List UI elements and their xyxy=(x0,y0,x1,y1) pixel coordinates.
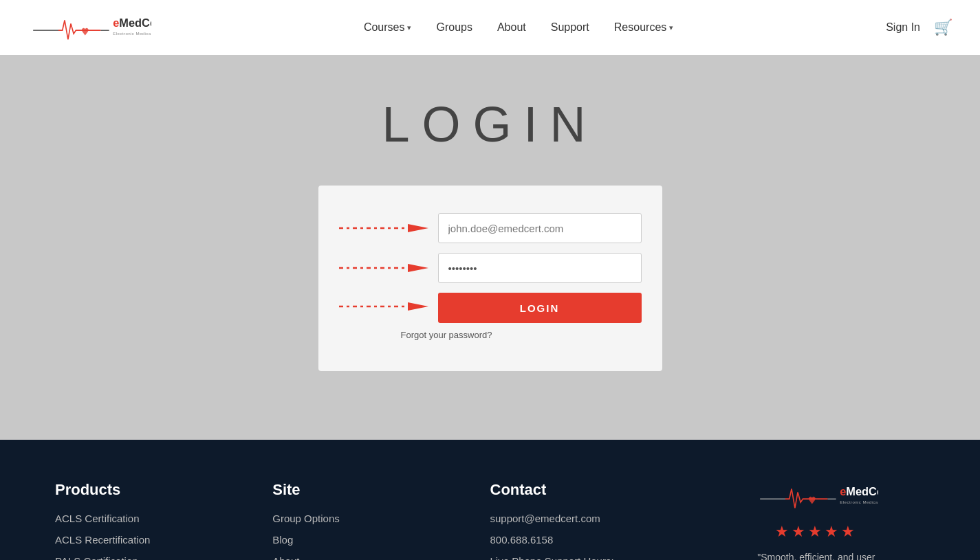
footer-site-title: Site xyxy=(272,481,490,499)
password-input[interactable] xyxy=(438,253,642,283)
password-arrow-dashes xyxy=(339,261,428,275)
footer-brand-col: e MedCert Electronic Medical Certificati… xyxy=(708,481,925,560)
svg-marker-22 xyxy=(408,302,428,311)
footer-contact-col: Contact support@emedcert.com 800.688.615… xyxy=(490,481,708,560)
footer-contact-hours: Live Phone Support Hours: xyxy=(490,555,708,560)
header-right: Sign In 🛒 xyxy=(886,19,952,36)
login-card: LOGIN Forgot your password? xyxy=(318,186,662,371)
header: e MedCert Electronic Medical Certificati… xyxy=(0,0,980,55)
main-content: LOGIN xyxy=(0,55,980,440)
nav-courses[interactable]: Courses ▾ xyxy=(364,21,412,34)
courses-chevron-icon: ▾ xyxy=(407,23,411,32)
svg-marker-10 xyxy=(408,224,428,232)
footer-site-col: Site Group Options Blog About xyxy=(272,481,490,560)
footer-contact-title: Contact xyxy=(490,481,708,499)
password-row xyxy=(318,253,662,283)
footer-stars: ★★★★★ xyxy=(775,523,858,541)
footer-link-blog[interactable]: Blog xyxy=(272,534,490,546)
footer-quote: "Smooth, efficient, and user friendly!" xyxy=(741,552,892,560)
svg-marker-16 xyxy=(408,264,428,272)
footer-contact-email[interactable]: support@emedcert.com xyxy=(490,513,708,524)
svg-text:e: e xyxy=(840,485,846,497)
svg-text:e: e xyxy=(113,16,119,29)
login-arrow-dashes xyxy=(339,300,428,316)
footer-link-group-options[interactable]: Group Options xyxy=(272,513,490,524)
logo-area: e MedCert Electronic Medical Certificati… xyxy=(28,9,151,47)
footer-logo: e MedCert Electronic Medical Certificati… xyxy=(754,481,878,512)
email-input[interactable] xyxy=(438,213,642,243)
login-button[interactable]: LOGIN xyxy=(438,293,642,323)
resources-chevron-icon: ▾ xyxy=(669,23,673,32)
footer: Products ACLS Certification ACLS Recerti… xyxy=(0,440,980,560)
login-button-row: LOGIN Forgot your password? xyxy=(318,293,662,341)
cart-icon[interactable]: 🛒 xyxy=(934,19,952,36)
email-arrow-dashes xyxy=(339,221,428,235)
nav-groups[interactable]: Groups xyxy=(436,21,472,34)
svg-text:MedCert: MedCert xyxy=(846,485,878,497)
forgot-password-link[interactable]: Forgot your password? xyxy=(401,330,492,340)
svg-text:Electronic  Medical  Certifica: Electronic Medical Certification xyxy=(840,500,878,504)
svg-text:MedCert: MedCert xyxy=(119,16,151,29)
forgot-password-area: Forgot your password? xyxy=(401,328,642,341)
email-row xyxy=(318,213,662,243)
sign-in-link[interactable]: Sign In xyxy=(886,21,920,34)
footer-products-col: Products ACLS Certification ACLS Recerti… xyxy=(55,481,272,560)
footer-link-acls-recert[interactable]: ACLS Recertification xyxy=(55,534,272,546)
login-btn-inner: LOGIN xyxy=(339,293,642,323)
svg-text:Electronic  Medical  Certifica: Electronic Medical Certification xyxy=(113,30,151,35)
footer-link-about[interactable]: About xyxy=(272,555,490,560)
nav-support[interactable]: Support xyxy=(551,21,589,34)
footer-contact-phone: 800.688.6158 xyxy=(490,534,708,546)
nav-resources[interactable]: Resources ▾ xyxy=(614,21,673,34)
nav-about[interactable]: About xyxy=(497,21,526,34)
footer-link-pals-cert[interactable]: PALS Certification xyxy=(55,555,272,560)
main-nav: Courses ▾ Groups About Support Resources… xyxy=(364,21,673,34)
logo-image: e MedCert Electronic Medical Certificati… xyxy=(28,9,151,47)
page-title: LOGIN xyxy=(382,96,598,153)
footer-link-acls-cert[interactable]: ACLS Certification xyxy=(55,513,272,524)
footer-products-title: Products xyxy=(55,481,272,499)
